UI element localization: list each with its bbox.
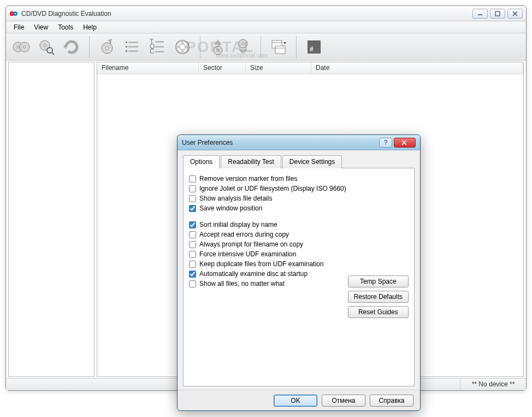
reset-guides-button[interactable]: Reset Guides [348,306,409,318]
menu-tools[interactable]: Tools [54,22,78,32]
refresh-button[interactable] [60,35,84,59]
option-row[interactable]: Keep duplicate files from UDF examinatio… [189,260,409,268]
menu-file[interactable]: File [9,22,28,32]
ok-button[interactable]: OK [274,395,317,407]
option-row[interactable]: Force intensive UDF examination [189,250,409,258]
column-filename[interactable]: Filename [97,62,199,74]
toolbar: TOC # [6,33,526,61]
calendar-view-button[interactable] [267,35,291,59]
svg-rect-29 [155,46,164,48]
svg-rect-20 [128,42,138,43]
svg-rect-19 [126,42,127,43]
option-row[interactable]: Save window position [189,204,409,212]
svg-rect-30 [155,51,164,52]
svg-rect-23 [126,50,127,52]
svg-point-13 [44,44,46,46]
option-checkbox[interactable] [189,185,196,192]
tab-strip: Options Readability Test Device Settings [183,155,415,168]
option-row[interactable]: Sort initial display by name [189,221,409,228]
menubar: File View Tools Help [6,21,526,33]
option-label: Ignore Joliet or UDF filesystem (Display… [199,185,346,192]
svg-marker-39 [214,39,222,45]
option-row[interactable]: Show analysis file details [189,195,409,202]
svg-rect-45 [275,46,285,54]
minimize-button[interactable] [472,9,488,19]
svg-rect-21 [126,46,127,48]
dialog-titlebar[interactable]: User Preferences ? [178,135,420,150]
column-size[interactable]: Size [246,62,311,74]
help-lifesaver-button[interactable] [170,35,194,59]
app-icon [9,9,18,18]
restore-defaults-button[interactable]: Restore Defaults [348,291,409,303]
svg-point-3 [15,13,16,14]
option-label: Sort initial display by name [199,221,277,228]
svg-point-9 [17,46,19,48]
option-checkbox[interactable] [189,261,196,268]
tab-panel-options: Remove version marker from filesIgnore J… [183,168,415,386]
option-label: Show all files, no matter what [199,280,285,287]
column-date[interactable]: Date [311,62,523,74]
option-checkbox[interactable] [189,241,196,248]
hash-button[interactable]: # [302,35,326,59]
eject-up-button[interactable] [206,35,230,59]
window-title: CD/DVD Diagnostic Evaluation [21,10,472,17]
option-checkbox[interactable] [189,195,196,202]
svg-point-14 [47,48,52,53]
option-row[interactable]: Accept read errors during copy [189,231,409,238]
option-checkbox[interactable] [189,271,196,278]
dialog-help-button[interactable]: ? [379,138,392,148]
option-checkbox[interactable] [189,251,196,258]
toolbar-separator [296,36,297,58]
option-checkbox[interactable] [189,280,196,287]
option-row[interactable]: Always prompt for filename on copy [189,240,409,248]
eject-down-button[interactable] [231,35,255,59]
svg-marker-42 [239,49,247,55]
toc-button[interactable]: TOC [145,35,169,59]
dialog-title: User Preferences [182,139,379,146]
list-view-button[interactable] [120,35,144,59]
preferences-dialog: User Preferences ? Options Readability T… [177,134,421,411]
disc-info-button[interactable] [95,35,119,59]
cancel-button[interactable]: Отмена [322,395,365,407]
option-label: Remove version marker from files [199,175,297,183]
maximize-button[interactable] [490,9,505,19]
svg-point-32 [180,44,185,50]
svg-point-41 [242,43,244,45]
dialog-close-button[interactable] [394,138,416,148]
svg-point-2 [11,13,13,14]
tab-options[interactable]: Options [183,155,220,168]
svg-rect-22 [128,46,138,48]
search-disc-button[interactable] [34,35,58,59]
status-device: ** No device ** [460,379,526,390]
option-label: Show analysis file details [199,195,272,202]
toolbar-separator [200,36,200,58]
option-checkbox[interactable] [189,205,196,212]
menu-view[interactable]: View [29,22,52,32]
help-button[interactable]: Справка [370,395,413,407]
option-checkbox[interactable] [189,221,196,228]
svg-rect-24 [128,50,138,52]
svg-point-18 [106,46,109,49]
close-button[interactable] [507,9,523,19]
column-sector[interactable]: Sector [199,62,246,74]
option-checkbox[interactable] [189,175,196,183]
svg-point-38 [217,49,219,51]
tree-pane[interactable] [8,62,94,377]
toolbar-separator [261,36,261,58]
svg-line-15 [52,52,54,55]
menu-help[interactable]: Help [79,22,101,32]
option-label: Automatically examine disc at startup [199,270,308,278]
temp-space-button[interactable]: Temp Space [348,275,409,287]
open-disc-button[interactable] [9,35,33,59]
tab-device-settings[interactable]: Device Settings [282,155,342,168]
option-row[interactable]: Ignore Joliet or UDF filesystem (Display… [189,185,409,192]
tab-readability-test[interactable]: Readability Test [221,155,281,168]
svg-text:#: # [310,45,314,53]
option-label: Keep duplicate files from UDF examinatio… [199,260,323,268]
option-checkbox[interactable] [189,231,196,238]
option-row[interactable]: Remove version marker from files [189,175,409,183]
titlebar[interactable]: CD/DVD Diagnostic Evaluation [6,6,526,21]
option-label: Always prompt for filename on copy [199,240,303,248]
svg-marker-16 [63,44,66,49]
option-label: Accept read errors during copy [199,231,289,238]
